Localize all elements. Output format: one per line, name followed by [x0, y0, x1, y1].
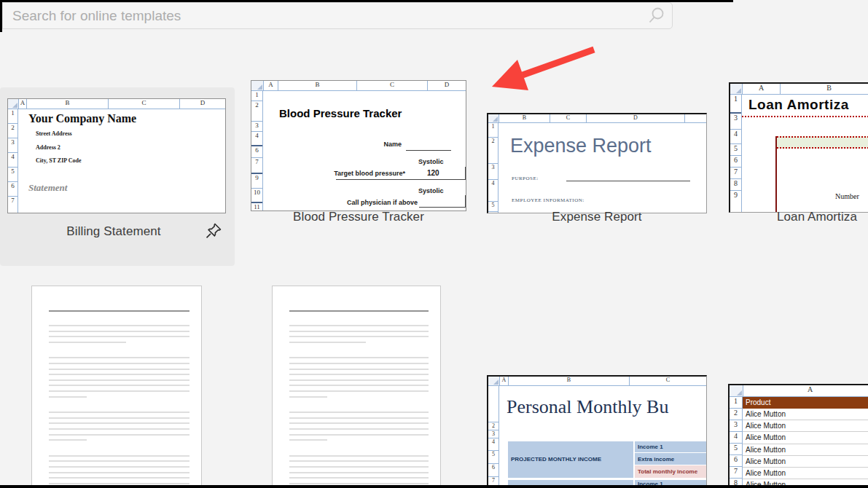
- row-header: 5: [730, 144, 741, 156]
- row-header: 2: [251, 101, 262, 122]
- select-all-corner: [8, 99, 19, 109]
- row-header: 4: [488, 180, 498, 202]
- row-header: 9: [251, 174, 262, 189]
- row-header: 2: [730, 409, 742, 420]
- row-header: 7: [730, 168, 741, 179]
- row-header: 3: [251, 122, 262, 132]
- column-headers: ABC: [500, 377, 706, 385]
- row-headers: 12346791011: [251, 91, 263, 210]
- capture-edge-bottom: [0, 485, 868, 488]
- row-header: 2: [8, 124, 17, 138]
- row-header: 3: [730, 420, 742, 432]
- purpose-underline: [566, 171, 690, 181]
- row-header: 9: [730, 191, 741, 212]
- template-card-blood-pressure-tracker[interactable]: ABCD 12346791011 Blood Pressure Tracker …: [241, 73, 477, 251]
- row-header: 2: [488, 138, 498, 164]
- row-headers: 12345678: [730, 397, 743, 487]
- pin-icon[interactable]: [204, 221, 223, 242]
- row-header: 4: [730, 432, 742, 444]
- row-header: 4: [251, 132, 262, 146]
- row-header: 1: [8, 109, 17, 124]
- row-header: 6: [730, 455, 742, 467]
- statement-text: Statement: [28, 182, 67, 194]
- row-header: 5: [488, 451, 498, 464]
- row-header: 6: [251, 146, 262, 158]
- row-header: 6: [8, 182, 17, 197]
- product-row-cell: Alice Mutton: [743, 444, 868, 456]
- column-header: A: [500, 377, 509, 385]
- product-row-cell: Alice Mutton: [743, 409, 868, 420]
- select-all-corner: [488, 114, 499, 122]
- employee-info-label: EMPLOYEE INFORMATION:: [512, 197, 584, 203]
- column-header: A: [743, 84, 781, 94]
- column-header: C: [630, 377, 706, 385]
- select-all-corner: [730, 84, 743, 94]
- row-header: 4: [730, 130, 741, 144]
- template-card-loan-amortization[interactable]: AB 13456789 Loan Amortiza Number Loan Am…: [720, 73, 868, 251]
- address2-text: Address 2: [36, 144, 60, 151]
- search-icon[interactable]: [647, 7, 665, 25]
- row-header: 1: [488, 123, 498, 138]
- blank-document-thumbnail: [272, 286, 441, 488]
- row-header: 1: [251, 91, 262, 101]
- expense-report-thumbnail: BCD 123456 Expense Report PURPOSE: EMPLO…: [487, 113, 707, 213]
- row-headers: 13456789: [730, 95, 742, 212]
- column-header: B: [781, 84, 868, 94]
- number-label: Number: [835, 192, 859, 200]
- product-row-cell: Alice Mutton: [743, 432, 868, 444]
- template-card-product-list[interactable]: A 12345678 Product Alice MuttonAlice Mut…: [719, 350, 868, 488]
- row-headers: 123456: [488, 123, 498, 213]
- product-rows: Alice MuttonAlice MuttonAlice MuttonAlic…: [743, 409, 868, 487]
- income1-cell: Income 1: [635, 441, 706, 453]
- personal-monthly-budget-thumbnail: ABC 234567 Personal Monthly Bu PROJECTED…: [487, 375, 707, 488]
- column-header: B: [278, 81, 357, 90]
- template-card-personal-monthly-budget[interactable]: ABC 234567 Personal Monthly Bu PROJECTED…: [478, 350, 716, 488]
- blank-document-thumbnail: [31, 286, 202, 488]
- column-header: C: [550, 114, 587, 122]
- select-all-corner: [488, 377, 500, 385]
- name-label: Name: [292, 141, 402, 148]
- capture-edge-left: [0, 0, 2, 32]
- column-headers: ABCD: [19, 99, 225, 109]
- template-title: Loan Amortiza: [777, 210, 857, 224]
- call-underline: [419, 195, 466, 208]
- column-headers: A: [743, 385, 868, 396]
- column-header: B: [509, 377, 630, 385]
- total-income-cell: Total monthly income: [635, 465, 706, 478]
- row-header: [488, 386, 498, 422]
- product-header-cell: Product: [743, 397, 868, 409]
- select-all-corner: [730, 385, 743, 396]
- city-zip-text: City, ST ZIP Code: [36, 157, 82, 164]
- dark-red-vertical-rule: [775, 136, 777, 212]
- sheet-title-text: Loan Amortiza: [748, 97, 849, 113]
- template-card-blank-document-2[interactable]: [262, 277, 450, 488]
- row-headers: 234567: [488, 386, 499, 487]
- column-header: C: [109, 99, 180, 109]
- street-address-text: Street Address: [36, 130, 72, 137]
- row-header: 10: [251, 189, 262, 203]
- row-header: 5: [8, 168, 17, 182]
- column-header: D: [587, 114, 685, 122]
- template-card-billing-statement[interactable]: ABCD 1234567 Your Company Name Street Ad…: [0, 87, 235, 266]
- column-headers: AB: [743, 84, 868, 94]
- sheet-title-text: Blood Pressure Tracker: [279, 107, 402, 119]
- billing-statement-thumbnail: ABCD 1234567 Your Company Name Street Ad…: [7, 98, 226, 213]
- column-header: A: [743, 385, 868, 396]
- purpose-label: PURPOSE:: [512, 176, 539, 181]
- sheet-title-text: Expense Report: [510, 135, 652, 157]
- row-header: 7: [251, 158, 262, 174]
- search-input[interactable]: [3, 8, 647, 24]
- row-headers: 1234567: [8, 109, 18, 213]
- template-title: Billing Statement: [0, 224, 235, 239]
- column-header: D: [428, 81, 466, 90]
- column-header: D: [180, 99, 225, 109]
- row-header: 7: [730, 467, 742, 479]
- target-underline: [336, 167, 466, 180]
- sheet-title-text: Personal Monthly Bu: [507, 396, 668, 418]
- template-card-blank-document-1[interactable]: [22, 277, 213, 488]
- product-row-cell: Alice Mutton: [743, 468, 868, 479]
- column-header: C: [357, 81, 428, 90]
- row-header: 3: [8, 138, 17, 153]
- name-underline: [406, 142, 451, 151]
- template-card-expense-report[interactable]: BCD 123456 Expense Report PURPOSE: EMPLO…: [478, 73, 716, 251]
